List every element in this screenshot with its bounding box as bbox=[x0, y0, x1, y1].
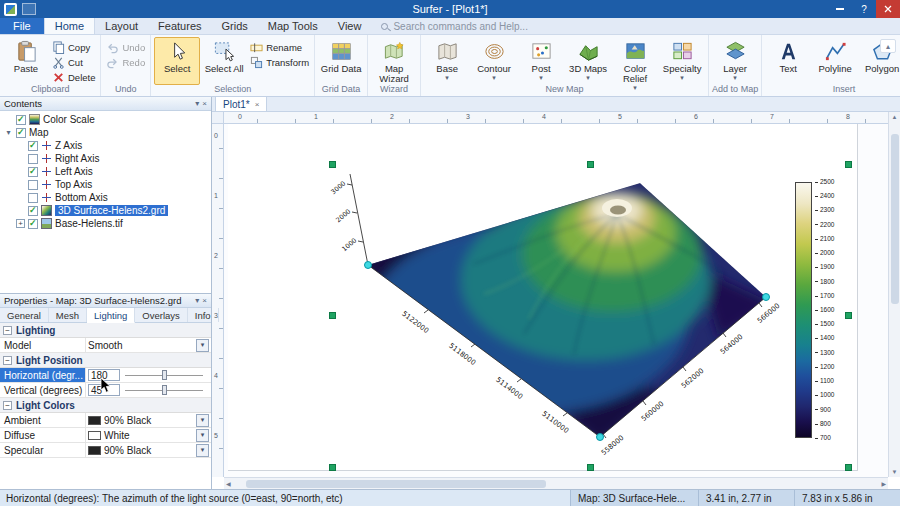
tree-checkbox[interactable] bbox=[28, 206, 38, 216]
selection-handle-ne[interactable] bbox=[845, 161, 852, 168]
map-corner-handle-left[interactable] bbox=[364, 261, 372, 269]
panel-close-icon[interactable]: × bbox=[202, 99, 207, 108]
delete-button[interactable]: Delete bbox=[50, 70, 97, 84]
selection-handle-s[interactable] bbox=[587, 464, 594, 471]
tab-map-tools[interactable]: Map Tools bbox=[258, 18, 328, 34]
scroll-up-icon[interactable]: ▲ bbox=[892, 114, 898, 120]
selection-handle-sw[interactable] bbox=[329, 464, 336, 471]
new-contour-map-button[interactable]: Contour ▾ bbox=[471, 37, 517, 85]
panel-menu-icon[interactable]: ▾ bbox=[195, 99, 199, 108]
tree-collapse-icon[interactable]: ▾ bbox=[4, 128, 13, 137]
section-lighting[interactable]: − Lighting bbox=[0, 323, 211, 338]
scroll-down-icon[interactable]: ▼ bbox=[892, 469, 898, 475]
horizontal-scrollbar[interactable]: ◀ ▶ bbox=[224, 477, 888, 489]
dropdown-button[interactable]: ▾ bbox=[196, 414, 209, 427]
tab-file[interactable]: File bbox=[0, 18, 44, 34]
panel-close-icon[interactable]: × bbox=[202, 296, 207, 305]
horizontal-degrees-input[interactable]: 180 bbox=[88, 369, 120, 381]
horizontal-degrees-slider[interactable] bbox=[123, 369, 205, 381]
dropdown-button[interactable]: ▾ bbox=[196, 444, 209, 457]
new-specialty-map-button[interactable]: Specialty ▾ bbox=[659, 37, 705, 85]
dropdown-button[interactable]: ▾ bbox=[196, 339, 209, 352]
plot-canvas[interactable]: 5122000 5118000 5114000 5110000 558000 5… bbox=[224, 124, 888, 477]
tree-row-top-axis[interactable]: Top Axis bbox=[0, 178, 211, 191]
rename-button[interactable]: Rename bbox=[248, 40, 311, 54]
slider-thumb[interactable] bbox=[162, 370, 167, 380]
vertical-degrees-input[interactable]: 45 bbox=[88, 384, 120, 396]
quick-access-toolbar[interactable] bbox=[22, 3, 36, 15]
ruler-h[interactable]: 012345678 bbox=[224, 112, 888, 124]
color-scale-bar[interactable] bbox=[795, 182, 812, 438]
scrollbar-thumb[interactable] bbox=[246, 480, 546, 488]
tab-info[interactable]: Info bbox=[188, 308, 219, 322]
close-button[interactable] bbox=[876, 0, 900, 18]
tree-expand-icon[interactable]: + bbox=[16, 219, 25, 228]
map-wizard-button[interactable]: Map Wizard bbox=[371, 37, 417, 85]
minimize-button[interactable] bbox=[828, 0, 852, 18]
grid-data-button[interactable]: Grid Data bbox=[318, 37, 364, 85]
tree-row-left-axis[interactable]: Left Axis bbox=[0, 165, 211, 178]
ruler-v[interactable]: 012345 bbox=[212, 124, 224, 477]
map-corner-handle-right[interactable] bbox=[762, 293, 770, 301]
map-corner-handle-bottom[interactable] bbox=[596, 433, 604, 441]
copy-button[interactable]: Copy bbox=[50, 40, 97, 54]
undo-button[interactable]: Undo bbox=[104, 40, 147, 54]
scroll-right-icon[interactable]: ▶ bbox=[881, 480, 886, 487]
select-button[interactable]: Select bbox=[154, 37, 200, 85]
tree-row-z-axis[interactable]: Z Axis bbox=[0, 139, 211, 152]
collapse-icon[interactable]: − bbox=[3, 326, 12, 335]
add-layer-button[interactable]: Layer ▾ bbox=[712, 37, 758, 85]
tab-mesh[interactable]: Mesh bbox=[49, 308, 87, 322]
paste-button[interactable]: Paste bbox=[3, 37, 49, 85]
tab-grids[interactable]: Grids bbox=[212, 18, 258, 34]
tab-close-icon[interactable]: × bbox=[255, 100, 260, 109]
tab-features[interactable]: Features bbox=[148, 18, 211, 34]
tree-row-map[interactable]: ▾ Map bbox=[0, 126, 211, 139]
collapse-icon[interactable]: − bbox=[3, 356, 12, 365]
tree-row-bottom-axis[interactable]: Bottom Axis bbox=[0, 191, 211, 204]
property-row-model[interactable]: Model Smooth ▾ bbox=[0, 338, 211, 353]
tree-checkbox[interactable] bbox=[28, 219, 38, 229]
new-3d-map-button[interactable]: 3D Maps ▾ bbox=[565, 37, 611, 85]
scrollbar-thumb[interactable] bbox=[891, 134, 899, 304]
selection-handle-w[interactable] bbox=[329, 312, 336, 319]
help-button[interactable]: ? bbox=[852, 0, 876, 18]
selection-handle-se[interactable] bbox=[845, 464, 852, 471]
selection-handle-nw[interactable] bbox=[329, 161, 336, 168]
tree-row-base-layer[interactable]: + Base-Helens.tif bbox=[0, 217, 211, 230]
section-light-position[interactable]: − Light Position bbox=[0, 353, 211, 368]
tree-row-right-axis[interactable]: Right Axis bbox=[0, 152, 211, 165]
property-row-ambient[interactable]: Ambient 90% Black ▾ bbox=[0, 413, 211, 428]
tab-home[interactable]: Home bbox=[44, 18, 95, 34]
selection-handle-n[interactable] bbox=[587, 161, 594, 168]
tab-overlays[interactable]: Overlays bbox=[135, 308, 187, 322]
tab-view[interactable]: View bbox=[328, 18, 372, 34]
new-base-map-button[interactable]: Base ▾ bbox=[424, 37, 470, 85]
ribbon-collapse-button[interactable]: ▴ bbox=[880, 39, 896, 53]
tree-checkbox[interactable] bbox=[28, 167, 38, 177]
cut-button[interactable]: Cut bbox=[50, 55, 97, 69]
new-post-map-button[interactable]: Post ▾ bbox=[518, 37, 564, 85]
tree-checkbox[interactable] bbox=[28, 141, 38, 151]
vertical-degrees-slider[interactable] bbox=[123, 384, 205, 396]
panel-menu-icon[interactable]: ▾ bbox=[195, 296, 199, 305]
document-tab-plot1[interactable]: Plot1* × bbox=[215, 96, 267, 111]
scroll-left-icon[interactable]: ◀ bbox=[226, 480, 231, 487]
search-input[interactable]: Search commands and Help... bbox=[381, 18, 528, 34]
tab-lighting[interactable]: Lighting bbox=[87, 308, 135, 323]
property-row-diffuse[interactable]: Diffuse White ▾ bbox=[0, 428, 211, 443]
collapse-icon[interactable]: − bbox=[3, 401, 12, 410]
new-color-relief-map-button[interactable]: Color Relief ▾ bbox=[612, 37, 658, 85]
tab-layout[interactable]: Layout bbox=[95, 18, 148, 34]
tree-row-3d-surface[interactable]: 3D Surface-Helens2.grd bbox=[0, 204, 211, 217]
insert-polyline-button[interactable]: Polyline bbox=[812, 37, 858, 85]
tree-checkbox[interactable] bbox=[28, 180, 38, 190]
tab-general[interactable]: General bbox=[0, 308, 49, 322]
tree-checkbox[interactable] bbox=[16, 115, 26, 125]
tree-row-color-scale[interactable]: Color Scale bbox=[0, 113, 211, 126]
insert-text-button[interactable]: Text bbox=[765, 37, 811, 85]
tree-checkbox[interactable] bbox=[28, 154, 38, 164]
section-light-colors[interactable]: − Light Colors bbox=[0, 398, 211, 413]
property-row-vertical[interactable]: Vertical (degrees) 45 bbox=[0, 383, 211, 398]
redo-button[interactable]: Redo bbox=[104, 55, 147, 69]
